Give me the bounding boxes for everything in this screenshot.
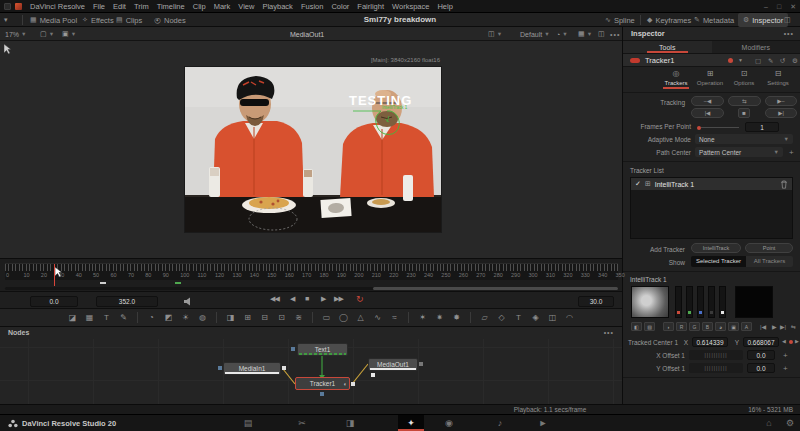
viewer-layout-dropdown[interactable]: ◫▼	[488, 27, 502, 41]
tracker1-input-port[interactable]	[320, 392, 324, 396]
tab-modifiers[interactable]: Modifiers	[712, 41, 800, 53]
tab-settings[interactable]: ⊟Settings	[761, 69, 795, 86]
bspline-mask-tool-icon[interactable]: ∿	[369, 313, 386, 322]
next-keyframe-icon[interactable]: ▶	[795, 338, 799, 344]
scrollbar-thumb[interactable]	[373, 287, 618, 290]
paint-tool-icon[interactable]: ✎	[115, 313, 132, 322]
fairlight-page-icon[interactable]: ♪	[487, 415, 513, 431]
menu-fusion[interactable]: Fusion	[297, 2, 328, 11]
viewer-roi-dropdown[interactable]: ▦▼	[578, 27, 592, 41]
thumbnail-mode-b-button[interactable]: ▧	[644, 322, 655, 331]
y-offset-add-icon[interactable]: +	[783, 364, 788, 373]
node-mediaout1[interactable]: MediaOut1	[368, 358, 418, 371]
channel-slider[interactable]	[675, 286, 682, 318]
color-gain-tool-icon[interactable]: ⊡	[273, 313, 290, 322]
pin-icon[interactable]: ✎	[768, 54, 773, 67]
viewer-zoom-dropdown[interactable]: 17%▼	[5, 27, 26, 41]
channel-slider[interactable]	[697, 286, 704, 318]
window-maximize-icon[interactable]: □	[777, 3, 781, 10]
dual-viewer-icon[interactable]: ◫	[598, 27, 605, 41]
tracker1-output-port[interactable]	[351, 382, 355, 386]
mediaout1-output-port[interactable]	[419, 362, 423, 366]
merge-tool-icon[interactable]: ◨	[222, 313, 239, 322]
mediain1-input-port[interactable]	[218, 366, 222, 370]
current-time-field[interactable]: 0.0	[30, 296, 78, 307]
clips-button[interactable]: ▤Clips	[116, 13, 142, 27]
window-minimize-icon[interactable]: –	[764, 3, 768, 10]
channel-slider[interactable]	[708, 286, 715, 318]
text-tool-icon[interactable]: T	[98, 313, 115, 322]
channel-booleans-tool-icon[interactable]: ⊞	[239, 313, 256, 322]
viewer-option-b-dropdown[interactable]: ▣▼	[62, 27, 76, 41]
x-offset-slider[interactable]: ||||||||||	[689, 350, 743, 360]
fusion-page-icon[interactable]: ✦	[398, 415, 424, 431]
track-between-button[interactable]: ⇆	[728, 96, 761, 106]
viewer-option-a-dropdown[interactable]: ▢▼	[40, 27, 54, 41]
show-all-trackers-button[interactable]: All Trackers	[746, 256, 793, 267]
add-point-icon[interactable]: +	[789, 148, 794, 157]
deliver-page-icon[interactable]: ►	[530, 415, 556, 431]
shape-3d-tool-icon[interactable]: ◇	[493, 313, 510, 322]
y-offset-slider[interactable]: ||||||||||	[689, 363, 743, 373]
audio-mute-icon[interactable]	[183, 297, 194, 306]
merge-3d-tool-icon[interactable]: ◈	[527, 313, 544, 322]
node-mediain1[interactable]: MediaIn1	[223, 362, 281, 375]
color-channel-button[interactable]: ◗	[663, 322, 674, 331]
path-center-dropdown[interactable]: Pattern Center▼	[695, 147, 783, 157]
menu-color[interactable]: Color	[327, 2, 353, 11]
keyframe-mark-green[interactable]	[175, 282, 181, 284]
mediain1-output-port[interactable]	[282, 366, 286, 370]
menu-playback[interactable]: Playback	[258, 2, 296, 11]
search-thumbnail[interactable]	[735, 286, 773, 318]
text-3d-tool-icon[interactable]: T	[510, 313, 527, 322]
rectangle-mask-tool-icon[interactable]: ▭	[318, 313, 335, 322]
menu-fairlight[interactable]: Fairlight	[353, 2, 388, 11]
tab-operation[interactable]: ⊞Operation	[693, 69, 727, 86]
x-offset-value[interactable]: 0.0	[747, 350, 775, 360]
check-icon[interactable]: ✓	[635, 180, 641, 188]
color-corrector-tool-icon[interactable]: ◔	[143, 313, 160, 322]
menu-davinci-resolve[interactable]: DaVinci Resolve	[26, 2, 89, 11]
play-pattern-icon[interactable]: ▶	[772, 323, 777, 330]
window-close-icon[interactable]: ✕	[790, 3, 796, 11]
go-to-end-button[interactable]: ▶▶	[334, 295, 343, 303]
nodes-button[interactable]: ⦿Nodes	[154, 13, 186, 27]
menu-help[interactable]: Help	[433, 2, 456, 11]
menu-file[interactable]: File	[89, 2, 109, 11]
viewer-area[interactable]: [Main]: 3840x2160 float16	[0, 41, 622, 258]
particle-render-tool-icon[interactable]: ✸	[448, 313, 465, 322]
brightness-contrast-tool-icon[interactable]: ☀	[177, 313, 194, 322]
go-to-start-button[interactable]: ◀◀	[270, 295, 279, 303]
node-color-dot[interactable]	[728, 54, 733, 67]
tracker-list-item[interactable]: ✓ ⊞ IntelliTrack 1	[631, 178, 792, 190]
viewer-lut-dropdown[interactable]: ◔▼	[556, 27, 568, 41]
show-selected-tracker-button[interactable]: Selected Tracker	[691, 256, 746, 267]
cut-page-icon[interactable]: ✂	[289, 415, 315, 431]
project-settings-gear-icon[interactable]: ⚙	[777, 415, 800, 431]
viewer-quality-dropdown[interactable]: Default▼	[520, 27, 550, 41]
viewer-options-menu[interactable]: •••	[610, 27, 620, 41]
video-frame[interactable]: TESTING IntelliTrack 1	[185, 67, 441, 232]
loop-button[interactable]: ↻	[356, 294, 364, 304]
particle-emitter-tool-icon[interactable]: ✶	[414, 313, 431, 322]
timeline-ruler[interactable]: 0102030405060708090100110120130140150160…	[5, 263, 618, 280]
inspector-button[interactable]: ⚙Inspector	[738, 13, 788, 27]
play-reverse-button[interactable]: ◀	[290, 295, 295, 303]
particle-merge-tool-icon[interactable]: ✷	[431, 313, 448, 322]
polygon-mask-tool-icon[interactable]: △	[352, 313, 369, 322]
hue-curves-tool-icon[interactable]: ◍	[194, 313, 211, 322]
stop-button[interactable]: ■	[305, 295, 309, 302]
keyframe-dot-icon[interactable]	[789, 340, 793, 344]
pattern-thumbnail[interactable]	[631, 286, 669, 318]
luma-channel-button[interactable]: ◕	[715, 322, 726, 331]
red-channel-button[interactable]: R	[676, 322, 687, 331]
node-text1[interactable]: Text1	[297, 343, 348, 356]
track-forward-one-button[interactable]: ▶|	[765, 108, 797, 118]
menu-edit[interactable]: Edit	[109, 2, 130, 11]
nodes-options-menu[interactable]: •••	[604, 329, 614, 336]
edit-page-icon[interactable]: ◨	[337, 415, 363, 431]
play-button[interactable]: ▶	[321, 295, 326, 303]
tab-trackers[interactable]: ◎Trackers	[659, 69, 693, 86]
node-tracker1[interactable]: Tracker1◐	[295, 377, 350, 390]
menu-trim[interactable]: Trim	[130, 2, 153, 11]
